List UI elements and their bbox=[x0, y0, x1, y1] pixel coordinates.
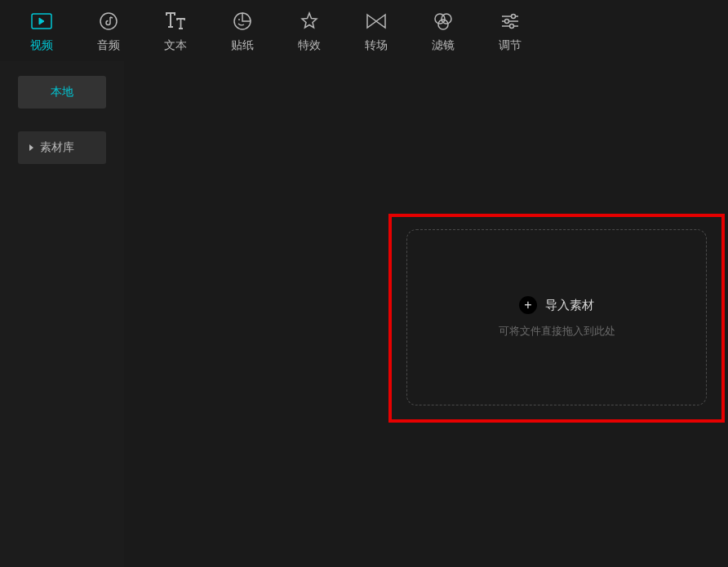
tab-effect[interactable]: 特效 bbox=[276, 0, 343, 61]
audio-icon bbox=[99, 9, 118, 33]
sidebar-item-library[interactable]: 素材库 bbox=[18, 131, 106, 164]
tab-filter[interactable]: 滤镜 bbox=[410, 0, 477, 61]
effect-icon bbox=[300, 9, 319, 33]
svg-point-1 bbox=[100, 13, 117, 29]
sidebar-item-label: 本地 bbox=[51, 85, 73, 100]
svg-point-7 bbox=[512, 14, 516, 18]
adjust-icon bbox=[500, 9, 520, 33]
import-label: 导入素材 bbox=[545, 298, 594, 313]
tab-label: 调节 bbox=[499, 38, 522, 53]
main-area: 本地 素材库 + 导入素材 可将文件直接拖入到此处 bbox=[0, 61, 728, 567]
tab-audio[interactable]: 音频 bbox=[75, 0, 142, 61]
tab-label: 贴纸 bbox=[231, 38, 254, 53]
chevron-right-icon bbox=[29, 144, 33, 151]
sidebar-item-local[interactable]: 本地 bbox=[18, 76, 106, 109]
video-icon bbox=[31, 9, 52, 33]
tab-label: 文本 bbox=[164, 38, 187, 53]
svg-point-9 bbox=[505, 19, 509, 23]
plus-icon: + bbox=[519, 296, 537, 314]
tab-adjust[interactable]: 调节 bbox=[477, 0, 544, 61]
tab-label: 滤镜 bbox=[432, 38, 455, 53]
tab-label: 特效 bbox=[298, 38, 321, 53]
tab-label: 音频 bbox=[97, 38, 120, 53]
text-icon bbox=[165, 9, 186, 33]
sidebar: 本地 素材库 bbox=[0, 61, 124, 567]
content-area: + 导入素材 可将文件直接拖入到此处 bbox=[124, 61, 728, 567]
tab-label: 视频 bbox=[30, 38, 53, 53]
sidebar-item-label: 素材库 bbox=[40, 140, 74, 155]
tab-transition[interactable]: 转场 bbox=[343, 0, 410, 61]
import-line: + 导入素材 bbox=[519, 296, 594, 314]
tab-label: 转场 bbox=[365, 38, 388, 53]
sticker-icon bbox=[233, 9, 252, 33]
tab-video[interactable]: 视频 bbox=[8, 0, 75, 61]
top-tab-bar: 视频 音频 文本 贴纸 bbox=[0, 0, 728, 61]
svg-point-4 bbox=[442, 14, 451, 24]
filter-icon bbox=[433, 9, 454, 33]
tab-text[interactable]: 文本 bbox=[142, 0, 209, 61]
import-drop-zone[interactable]: + 导入素材 可将文件直接拖入到此处 bbox=[406, 229, 707, 405]
drop-hint: 可将文件直接拖入到此处 bbox=[499, 324, 615, 339]
svg-point-5 bbox=[438, 20, 448, 29]
svg-point-2 bbox=[238, 19, 240, 20]
transition-icon bbox=[366, 9, 387, 33]
tab-sticker[interactable]: 贴纸 bbox=[209, 0, 276, 61]
svg-point-11 bbox=[510, 24, 514, 28]
